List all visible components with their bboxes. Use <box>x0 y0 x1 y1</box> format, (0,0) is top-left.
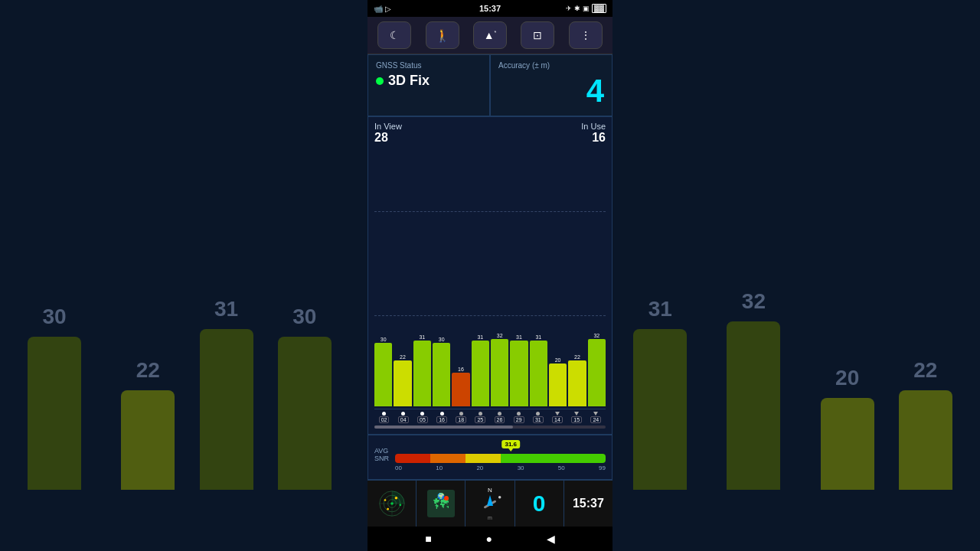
sat-id-label-18: 18 <box>456 416 466 423</box>
pedestrian-icon: 🚶 <box>435 28 450 43</box>
in-use-section: In Use 16 <box>581 122 606 145</box>
sat-marker-14 <box>555 412 560 416</box>
sat-id-05: 05 <box>417 412 428 423</box>
more-icon: ⋮ <box>580 29 591 41</box>
snr-label-05: 31 <box>419 334 425 340</box>
in-use-count: 16 <box>592 131 606 144</box>
bar-col-18: 16 <box>452 367 469 406</box>
compass-n: N <box>488 487 492 494</box>
main-content: In View 28 In Use 16 3022313016313231312… <box>368 116 612 480</box>
svg-point-8 <box>399 504 401 506</box>
bar-col-31: 31 <box>530 334 547 406</box>
in-view-count: 28 <box>374 131 388 144</box>
bar-col-04: 22 <box>394 354 411 406</box>
bar-rect-31 <box>530 341 547 406</box>
tab-clock[interactable]: 15:37 <box>564 481 612 527</box>
svg-point-5 <box>390 502 394 505</box>
snr-label: AVGSNR <box>374 447 389 462</box>
android-nav-bar: ■ ● ◀ <box>368 527 612 551</box>
sat-id-label-29: 29 <box>514 416 524 423</box>
sat-marker-29 <box>517 412 521 416</box>
gnss-label: GNSS Status <box>376 61 482 70</box>
sat-id-label-04: 04 <box>398 416 409 423</box>
moon-button[interactable]: ☾ <box>377 21 411 49</box>
sat-id-16: 16 <box>436 412 447 423</box>
snr-label-24: 32 <box>593 333 599 338</box>
status-icons-right: ✈ ✱ ▣ ▓▓ <box>566 4 606 13</box>
snr-yellow <box>466 454 501 463</box>
bar-rect-14 <box>549 364 567 406</box>
sat-id-14: 14 <box>552 412 563 423</box>
snr-label-02: 30 <box>381 337 387 342</box>
sat-id-label-15: 15 <box>571 416 582 423</box>
navigation-button[interactable]: 🚶 <box>426 21 459 49</box>
bar-col-14: 20 <box>549 357 567 406</box>
sat-id-02: 02 <box>379 412 390 423</box>
sat-id-label-05: 05 <box>417 416 428 423</box>
sat-marker-18 <box>459 412 463 416</box>
snr-label-29: 31 <box>516 334 522 340</box>
speed-value: 0 <box>533 491 546 517</box>
svg-point-7 <box>387 508 389 510</box>
bar-col-15: 22 <box>568 354 586 406</box>
android-back-btn[interactable]: ◀ <box>547 533 555 545</box>
accuracy-label: Accuracy (± m) <box>498 61 604 70</box>
sat-marker-24 <box>593 412 598 416</box>
gnss-dot <box>376 77 384 85</box>
snr-bar <box>395 454 606 463</box>
in-view-label: In View <box>374 122 402 131</box>
battery-icon: ▓▓ <box>592 4 606 13</box>
sat-marker-05 <box>420 412 424 416</box>
tab-speed[interactable]: 0 <box>515 481 564 527</box>
sat-id-label-14: 14 <box>552 416 563 423</box>
phone-frame: 📹 ▷ 15:37 ✈ ✱ ▣ ▓▓ ☾ 🚶 ▲* ⊡ ⋮ GNSS Sta <box>368 0 612 551</box>
sat-marker-25 <box>479 412 482 416</box>
bar-rect-29 <box>510 341 528 406</box>
bar-rect-05 <box>413 341 431 406</box>
bar-rect-25 <box>472 341 489 406</box>
sat-id-label-24: 24 <box>590 416 601 423</box>
share-icon: ⊡ <box>533 29 542 41</box>
snr-label-25: 31 <box>477 334 483 340</box>
bar-rect-18 <box>452 373 469 406</box>
svg-point-9 <box>384 499 386 501</box>
in-use-label: In Use <box>581 122 606 131</box>
tab-compass[interactable]: N ● m <box>466 481 514 527</box>
tab-radar[interactable] <box>368 481 416 527</box>
android-square-btn[interactable]: ■ <box>425 533 431 545</box>
snr-label-18: 16 <box>458 367 464 372</box>
tab-map[interactable]: 🌍 🗺 <box>416 481 466 527</box>
snr-label-15: 22 <box>574 354 580 360</box>
scroll-bar[interactable] <box>374 425 606 429</box>
snr-label-26: 32 <box>497 333 503 338</box>
moon-icon: ☾ <box>390 29 400 41</box>
sat-id-29: 29 <box>514 412 524 423</box>
sat-id-15: 15 <box>571 412 582 423</box>
arrow-icon: ▲* <box>484 29 497 41</box>
bar-col-29: 31 <box>510 334 528 406</box>
share-button[interactable]: ⊡ <box>521 21 554 49</box>
bar-col-26: 32 <box>491 333 508 406</box>
bar-col-05: 31 <box>413 334 431 406</box>
snr-label-14: 20 <box>555 357 561 363</box>
record-icon: 📹 <box>374 5 383 13</box>
bars-container: 302231301631323131202232 <box>374 146 606 406</box>
bar-rect-26 <box>491 339 508 406</box>
clock-value: 15:37 <box>573 497 604 510</box>
accuracy-card: Accuracy (± m) 4 <box>490 54 612 116</box>
bar-rect-24 <box>588 339 606 406</box>
snr-red <box>395 454 430 463</box>
satellite-ids: 020405161825262931141524 <box>374 409 606 423</box>
more-button[interactable]: ⋮ <box>569 21 603 49</box>
bar-col-02: 30 <box>374 337 392 406</box>
satellite-panel: In View 28 In Use 16 3022313016313231312… <box>368 116 612 435</box>
signal-icon: ▣ <box>583 5 590 12</box>
android-home-btn[interactable]: ● <box>486 533 492 545</box>
radar-svg <box>378 490 406 517</box>
sat-id-label-02: 02 <box>379 416 390 423</box>
compass-button[interactable]: ▲* <box>473 21 507 49</box>
snr-label-31: 31 <box>535 334 541 340</box>
snr-green <box>501 454 606 463</box>
sat-id-26: 26 <box>495 412 505 423</box>
snr-orange <box>430 454 466 463</box>
